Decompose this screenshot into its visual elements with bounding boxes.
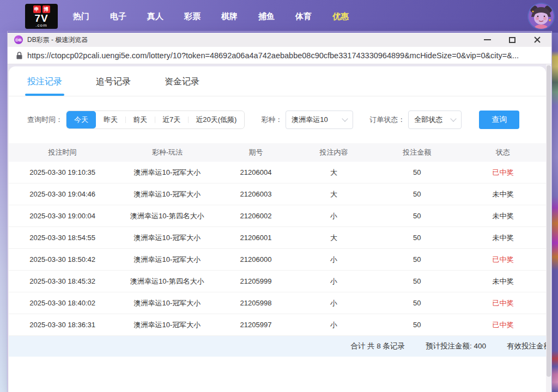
cell-bet-time: 2025-03-30 18:36:31 (9, 321, 116, 329)
record-tabs: 投注记录 追号记录 资金记录 (9, 66, 546, 96)
window-controls (483, 35, 545, 44)
time-option-yesterday[interactable]: 昨天 (96, 111, 125, 128)
lottery-type-select[interactable]: 澳洲幸运10 (286, 111, 353, 129)
cell-period: 21206001 (219, 234, 294, 242)
cell-bet-time: 2025-03-30 18:54:55 (9, 234, 116, 242)
table-row: 2025-03-30 18:36:31 澳洲幸运10-冠军大小 21205997… (9, 314, 546, 336)
cell-bet-amount: 50 (374, 168, 460, 176)
site-logo-badge-left: 申 (33, 5, 41, 13)
minimize-button[interactable] (483, 35, 492, 44)
cell-bet-time: 2025-03-30 19:00:04 (9, 212, 116, 220)
cell-lottery-play: 澳洲幸运10-冠军大小 (116, 168, 218, 177)
nav-item-lottery[interactable]: 彩票 (184, 11, 201, 22)
query-time-label: 查询时间： (27, 115, 63, 125)
cell-bet-content: 小 (294, 211, 374, 221)
site-top-bar: 申 博 7V .com 热门 电子 真人 彩票 棋牌 捕鱼 体育 优惠 (0, 0, 558, 33)
nav-item-live[interactable]: 真人 (147, 11, 163, 22)
chevron-down-icon (451, 115, 457, 121)
time-range-group: 今天 昨天 前天 近7天 近20天(低频) (66, 111, 245, 129)
order-status-select[interactable]: 全部状态 (408, 111, 462, 129)
cell-bet-amount: 50 (374, 299, 460, 307)
column-header-status: 状态 (460, 148, 546, 157)
cell-status: 已中奖 (460, 255, 546, 265)
time-option-last-7-days[interactable]: 近7天 (155, 111, 188, 128)
column-header-bet-amount: 投注金额 (374, 148, 460, 157)
column-header-bet-content: 投注内容 (294, 148, 374, 157)
lottery-type-value: 澳洲幸运10 (292, 115, 327, 125)
nav-item-fishing[interactable]: 捕鱼 (258, 11, 275, 22)
cell-lottery-play: 澳洲幸运10-第四名大小 (116, 211, 218, 221)
lock-icon (16, 52, 22, 59)
cell-bet-amount: 50 (374, 234, 460, 242)
nav-item-hot[interactable]: 热门 (73, 11, 89, 22)
cell-status: 未中奖 (460, 211, 546, 221)
scrollbar-thumb[interactable] (547, 65, 551, 377)
table-row: 2025-03-30 18:40:02 澳洲幸运10-冠军大小 21205998… (9, 292, 546, 314)
cell-lottery-play: 澳洲幸运10-冠军大小 (116, 320, 218, 330)
avatar-illustration (529, 4, 554, 29)
address-bar[interactable]: https://ctopcp02pcali.uengi5e.com/lotter… (8, 47, 551, 64)
cell-lottery-play: 澳洲幸运10-冠军大小 (116, 189, 218, 199)
close-button[interactable] (533, 35, 542, 44)
tab-chase-records[interactable]: 追号记录 (96, 76, 131, 96)
cell-status: 已中奖 (460, 320, 546, 330)
cell-bet-amount: 50 (374, 212, 460, 220)
table-row: 2025-03-30 19:04:46 澳洲幸运10-冠军大小 21206003… (9, 183, 546, 205)
site-logo-badge-right: 博 (43, 5, 50, 13)
browser-window: DB DB彩票 - 极速浏览器 https://ctopcp02pcali.ue… (8, 32, 551, 392)
table-row: 2025-03-30 18:45:32 澳洲幸运10-第四名大小 2120599… (9, 271, 546, 292)
cell-bet-content: 小 (294, 298, 374, 308)
summary-valid-amount: 有效投注金额 (507, 341, 546, 351)
cell-bet-amount: 50 (374, 255, 460, 264)
cell-status: 已中奖 (460, 298, 546, 308)
order-status-label: 订单状态： (369, 115, 405, 125)
summary-bar: 合计 共 8 条记录 预计投注金额: 400 有效投注金额 (9, 336, 546, 357)
cell-period: 21206000 (219, 255, 294, 264)
time-option-last-20-days[interactable]: 近20天(低频) (188, 111, 244, 128)
nav-item-promotions[interactable]: 优惠 (332, 11, 349, 22)
cell-period: 21206002 (219, 212, 294, 220)
cell-lottery-play: 澳洲幸运10-冠军大小 (116, 298, 218, 308)
site-logo-suffix: .com (27, 23, 56, 28)
cell-status: 未中奖 (460, 233, 546, 243)
cell-bet-content: 大 (294, 168, 374, 177)
page-content: 投注记录 追号记录 资金记录 查询时间： 今天 昨天 前天 近7天 近20天(低… (8, 64, 551, 392)
cell-bet-amount: 50 (374, 190, 460, 198)
site-logo[interactable]: 申 博 7V .com (25, 4, 58, 29)
cell-bet-content: 小 (294, 320, 374, 330)
column-header-period: 期号 (219, 148, 294, 157)
vertical-scrollbar (546, 64, 551, 392)
tab-bet-records[interactable]: 投注记录 (27, 76, 62, 96)
tab-fund-records[interactable]: 资金记录 (165, 76, 199, 96)
filter-bar: 查询时间： 今天 昨天 前天 近7天 近20天(低频) 彩种： 澳洲幸运10 订… (9, 96, 546, 143)
cell-lottery-play: 澳洲幸运10-第四名大小 (116, 277, 218, 286)
time-option-day-before[interactable]: 前天 (125, 111, 155, 128)
background-page-right-strip (550, 0, 558, 392)
summary-total-records: 合计 共 8 条记录 (350, 341, 405, 351)
lottery-type-label: 彩种： (261, 115, 282, 125)
search-button[interactable]: 查询 (479, 111, 519, 129)
chevron-down-icon (342, 115, 348, 121)
cell-status: 未中奖 (460, 189, 546, 199)
summary-expected-amount: 预计投注金额: 400 (426, 341, 486, 351)
user-avatar[interactable] (529, 4, 554, 29)
cell-bet-content: 大 (294, 189, 374, 199)
nav-item-sports[interactable]: 体育 (295, 11, 312, 22)
cell-period: 21205997 (219, 321, 294, 329)
url-text: https://ctopcp02pcali.uengi5e.com/lotter… (27, 51, 519, 60)
cell-bet-time: 2025-03-30 18:50:42 (9, 255, 116, 264)
cell-bet-content: 小 (294, 255, 374, 265)
cell-bet-content: 大 (294, 233, 374, 243)
nav-item-slots[interactable]: 电子 (110, 11, 126, 22)
records-card: 投注记录 追号记录 资金记录 查询时间： 今天 昨天 前天 近7天 近20天(低… (9, 66, 546, 392)
time-option-today[interactable]: 今天 (66, 111, 96, 128)
cell-bet-time: 2025-03-30 19:04:46 (9, 190, 116, 198)
cell-bet-content: 小 (294, 277, 374, 286)
card-empty-area (9, 357, 546, 392)
cell-bet-time: 2025-03-30 19:10:35 (9, 168, 116, 176)
cell-lottery-play: 澳洲幸运10-冠军大小 (116, 255, 218, 265)
maximize-button[interactable] (508, 35, 517, 44)
nav-item-cards[interactable]: 棋牌 (221, 11, 238, 22)
browser-favicon: DB (14, 35, 23, 44)
cell-period: 21206003 (219, 190, 294, 198)
